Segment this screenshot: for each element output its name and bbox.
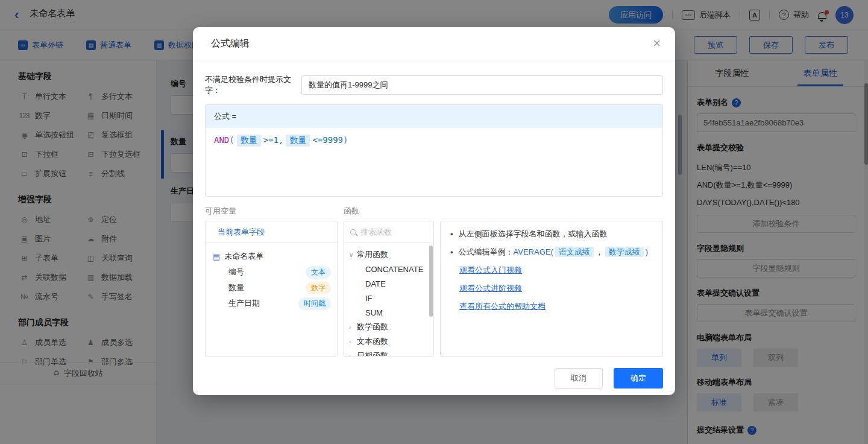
help-link[interactable]: 观看公式进阶视频 [459,283,653,294]
modal-body: 不满足校验条件时提示文字： 公式 = AND(数量>=1,数量<=9999) 可… [193,74,675,357]
function-label: 日期函数 [357,350,388,357]
function-tree-row[interactable]: DATE [349,276,431,291]
variable-field-item[interactable]: 数量 数字 [213,280,331,296]
functions-tree: ∨ 常用函数 CONCATENATE DATE IF [344,243,433,357]
tree-arrow-icon: › [349,353,357,357]
function-label: SUM [365,308,383,317]
bullet-dot: • [450,230,453,239]
formula-token: AND [214,135,229,145]
cancel-button[interactable]: 取消 [555,368,603,388]
help-links: 观看公式入门视频观看公式进阶视频查看所有公式的帮助文档 [450,265,653,312]
field-type-tag: 数字 [306,282,331,294]
function-tree-row[interactable]: › 文本函数 [349,334,431,349]
formula-token: ) [343,135,348,145]
variables-root-label: 未命名表单 [224,251,263,262]
function-tree-row[interactable]: IF [349,291,431,305]
modal-title: 公式编辑 [211,37,653,50]
prompt-label: 不满足校验条件时提示文字： [205,74,301,96]
search-placeholder: 搜索函数 [360,227,392,238]
functions-scrollbar[interactable] [429,244,433,355]
example-label: 公式编辑举例： [459,247,514,256]
function-label: DATE [365,279,386,288]
field-type-tag: 文本 [306,266,331,279]
function-tree-row[interactable]: › 数学函数 [349,320,431,334]
formula-token: ( [229,135,234,145]
function-label: 常用函数 [357,249,388,260]
modal-footer: 取消 确定 [193,361,675,395]
tree-arrow-icon: › [349,338,357,345]
current-form-fields-tab[interactable]: 当前表单字段 [206,221,337,243]
modal-header: 公式编辑 × [193,27,675,60]
variable-field-item[interactable]: 编号 文本 [213,264,331,280]
example-chip: 数学成绩 [605,247,644,257]
variable-field-label: 数量 [228,282,244,293]
function-label: CONCATENATE [365,265,423,274]
help-panel: • 从左侧面板选择字段名和函数，或输入函数 • 公式编辑举例：AVERAGE(语… [440,221,663,357]
help-example: • 公式编辑举例：AVERAGE(语文成绩，数学成绩) [450,247,653,258]
variables-label: 可用变量 [205,206,344,217]
formula-editor: 公式 = AND(数量>=1,数量<=9999) [205,104,663,197]
variable-field-label: 生产日期 [228,298,260,309]
function-label: 文本函数 [357,336,388,347]
formula-token: <=9999 [312,135,343,145]
example-function: AVERAGE( [514,247,553,256]
formula-edit-modal: 公式编辑 × 不满足校验条件时提示文字： 公式 = AND(数量>=1,数量<=… [193,27,675,395]
function-label: IF [365,294,373,303]
function-tree-row[interactable]: ∨ 常用函数 [349,247,431,262]
functions-panel: 搜索函数 ∨ 常用函数 CONCATENATE DATE [344,221,434,357]
variables-field-list: 编号 文本 数量 数字 生产日期 时间戳 [213,264,331,311]
search-icon [350,229,356,235]
help-link[interactable]: 查看所有公式的帮助文档 [459,301,653,312]
formula-editor-header: 公式 = [206,105,662,128]
formula-token: 数量 [237,135,261,147]
bullet-dot: • [450,248,453,257]
variables-tree-root[interactable]: ▤ 未命名表单 [213,249,331,264]
formula-editor-body[interactable]: AND(数量>=1,数量<=9999) [206,128,662,197]
prompt-text-input[interactable] [301,75,663,95]
panel-labels: 可用变量 函数 [205,206,663,217]
functions-label: 函数 [344,206,359,217]
function-label: 数学函数 [357,322,388,332]
example-chip: 语文成绩 [555,247,594,257]
variable-field-label: 编号 [228,267,244,278]
function-tree-row[interactable]: CONCATENATE [349,262,431,276]
tree-arrow-icon: › [349,324,357,331]
example-comma: ， [596,247,603,256]
functions-scrollbar-thumb[interactable] [429,246,433,317]
variables-panel: 当前表单字段 ▤ 未命名表单 编号 文本 数量 数字 [205,221,338,357]
help-tip-1: • 从左侧面板选择字段名和函数，或输入函数 [450,229,653,239]
formula-token: 数量 [286,135,310,147]
formula-token: >=1, [263,135,284,145]
variable-field-item[interactable]: 生产日期 时间戳 [213,296,331,311]
example-close: ) [646,247,648,256]
help-link[interactable]: 观看公式入门视频 [459,265,653,276]
prompt-row: 不满足校验条件时提示文字： [205,74,663,96]
variables-tree: ▤ 未命名表单 编号 文本 数量 数字 生产日期 [206,243,337,311]
function-tree-row[interactable]: SUM [349,305,431,320]
function-tree-row[interactable]: › 日期函数 [349,349,431,357]
confirm-button[interactable]: 确定 [614,368,663,388]
field-type-tag: 时间戳 [298,297,331,310]
form-doc-icon: ▤ [213,252,220,261]
tree-arrow-icon: ∨ [349,252,357,258]
panels-row: 当前表单字段 ▤ 未命名表单 编号 文本 数量 数字 [205,221,663,357]
function-search[interactable]: 搜索函数 [344,221,433,243]
close-icon[interactable]: × [653,37,661,50]
